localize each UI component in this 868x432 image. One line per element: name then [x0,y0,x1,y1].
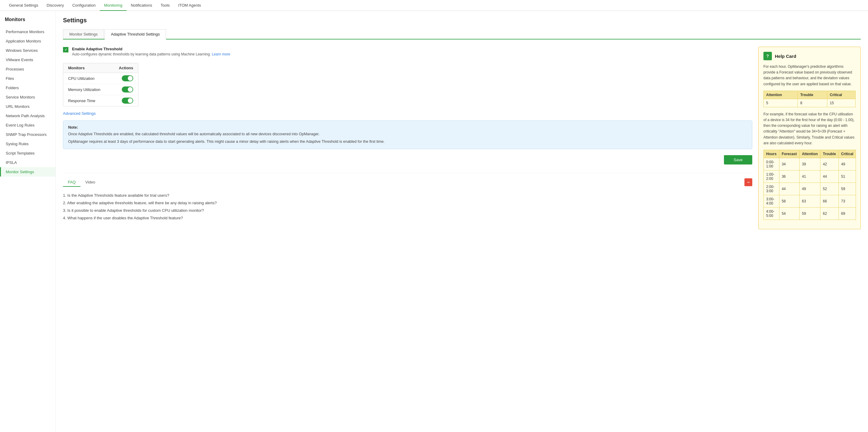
nav-item-notifications[interactable]: Notifications [127,0,156,11]
data-table-cell: 73 [838,195,856,207]
top-navigation: General Settings Discovery Configuration… [0,0,868,11]
faq-item-2: 2. After enabling the adaptive threshold… [63,199,752,207]
data-table-cell: 36 [779,170,799,182]
data-table-cell: 63 [799,195,820,207]
monitors-table: Monitors Actions CPU Utilization Memory … [63,63,138,106]
note-line-2: OpManager requires at least 3 days of pe… [68,139,747,144]
data-table-cell: 42 [820,158,838,170]
tab-adaptive-threshold-settings[interactable]: Adaptive Threshold Settings [104,29,166,39]
sidebar-item-processes[interactable]: Processes [0,64,56,74]
note-line-1: Once Adaptive Thresholds are enabled, th… [68,131,747,137]
simple-table-cell-trouble: 8 [798,99,827,107]
tab-monitor-settings[interactable]: Monitor Settings [63,29,104,39]
data-table-header-attention: Attention [799,150,820,158]
cpu-toggle[interactable] [122,75,133,81]
data-table-cell: 49 [838,158,856,170]
data-table-cell: 59 [799,207,820,220]
help-card: ? Help Card For each hour, OpManager's p… [758,47,861,229]
nav-item-general-settings[interactable]: General Settings [5,0,42,11]
data-table-cell: 1:00-2:00 [764,170,779,182]
data-table-cell: 49 [799,182,820,195]
data-table-cell: 58 [779,195,799,207]
nav-item-itom-agents[interactable]: ITOM Agents [174,0,205,11]
sidebar-item-url-monitors[interactable]: URL Monitors [0,102,56,111]
col-actions-label: Actions [119,66,133,70]
sidebar-item-syslog-rules[interactable]: Syslog Rules [0,139,56,148]
help-card-header: ? Help Card [764,52,856,60]
faq-item-3: 3. Is it possible to enable Adaptive thr… [63,207,752,214]
help-text-2: For example, if the forecast value for t… [764,111,856,146]
monitor-cpu-label: CPU Utilization [68,76,94,81]
enable-checkbox[interactable] [63,47,68,53]
learn-more-link[interactable]: Learn more [212,52,230,56]
table-row: CPU Utilization [63,73,138,84]
data-table-cell: 2:00-3:00 [764,182,779,195]
data-table-cell: 0:00-1:00 [764,158,779,170]
sidebar-item-folders[interactable]: Folders [0,83,56,93]
nav-item-monitoring[interactable]: Monitoring [100,0,127,11]
help-card-title: Help Card [775,54,796,59]
sidebar-item-service-monitors[interactable]: Service Monitors [0,93,56,102]
note-box: Note: Once Adaptive Thresholds are enabl… [63,121,752,149]
simple-table-header-trouble: Trouble [798,91,827,99]
help-card-container: ? Help Card For each hour, OpManager's p… [758,47,861,229]
faq-tabs: FAQ Video − [63,178,752,187]
faq-item-1: 1. Is the Adaptive Thresholds feature av… [63,192,752,199]
sidebar-item-windows-services[interactable]: Windows Services [0,46,56,55]
data-table-header-hours: Hours [764,150,779,158]
faq-tab-faq[interactable]: FAQ [63,178,81,187]
simple-table-header-critical: Critical [827,91,856,99]
sidebar-item-snmp-trap-processors[interactable]: SNMP Trap Processors [0,130,56,139]
col-monitors-label: Monitors [68,66,85,70]
faq-item-4: 4. What happens if the user disables the… [63,214,752,222]
data-table-cell: 62 [820,207,838,220]
data-table-cell: 59 [838,182,856,195]
sidebar-item-event-log-rules[interactable]: Event Log Rules [0,121,56,130]
data-table-cell: 44 [820,170,838,182]
sidebar-item-performance-monitors[interactable]: Performance Monitors [0,27,56,36]
table-row: Response Time [63,95,138,106]
sidebar-title: Monitors [0,17,56,27]
nav-item-tools[interactable]: Tools [156,0,174,11]
monitor-memory-label: Memory Utilization [68,87,100,92]
nav-item-configuration[interactable]: Configuration [68,0,100,11]
sidebar-item-network-path-analysis[interactable]: Network Path Analysis [0,111,56,121]
faq-close-button[interactable]: − [744,178,752,186]
memory-toggle[interactable] [122,87,133,93]
response-toggle[interactable] [122,98,133,104]
help-icon: ? [764,52,772,60]
data-table-cell: 41 [799,170,820,182]
page-title: Settings [63,17,861,24]
enable-heading: Enable Adaptive Threshold [72,47,230,51]
sidebar: Monitors Performance Monitors Applicatio… [0,11,56,432]
table-row: Memory Utilization [63,84,138,95]
sidebar-item-ipsla[interactable]: IPSLA [0,158,56,167]
data-table-cell: 66 [820,195,838,207]
sidebar-item-script-templates[interactable]: Script Templates [0,148,56,158]
help-data-table: Hours Forecast Attention Trouble Critica… [764,150,856,220]
data-table-cell: 54 [779,207,799,220]
sidebar-item-monitor-settings[interactable]: Monitor Settings [0,167,56,176]
data-table-cell: 4:00-5:00 [764,207,779,220]
monitor-response-label: Response Time [68,99,95,103]
data-table-cell: 52 [820,182,838,195]
note-title: Note: [68,125,747,130]
data-table-cell: 69 [838,207,856,220]
simple-table-header-attention: Attention [764,91,798,99]
enable-description: Auto-configures dynamic thresholds by le… [72,52,230,56]
main-content: Settings Monitor Settings Adaptive Thres… [56,11,868,432]
sidebar-item-files[interactable]: Files [0,74,56,83]
simple-table-cell-attention: 5 [764,99,798,107]
save-button[interactable]: Save [724,155,752,165]
nav-item-discovery[interactable]: Discovery [42,0,68,11]
data-table-header-forecast: Forecast [779,150,799,158]
data-table-header-trouble: Trouble [820,150,838,158]
sidebar-item-vmware-events[interactable]: VMware Events [0,55,56,64]
data-table-cell: 39 [799,158,820,170]
help-text-1: For each hour, OpManager's predictive al… [764,64,856,87]
data-table-cell: 34 [779,158,799,170]
faq-tab-video[interactable]: Video [81,178,100,187]
sidebar-item-application-monitors[interactable]: Application Monitors [0,36,56,46]
advanced-settings-link[interactable]: Advanced Settings [63,111,96,116]
faq-list: 1. Is the Adaptive Thresholds feature av… [63,192,752,222]
